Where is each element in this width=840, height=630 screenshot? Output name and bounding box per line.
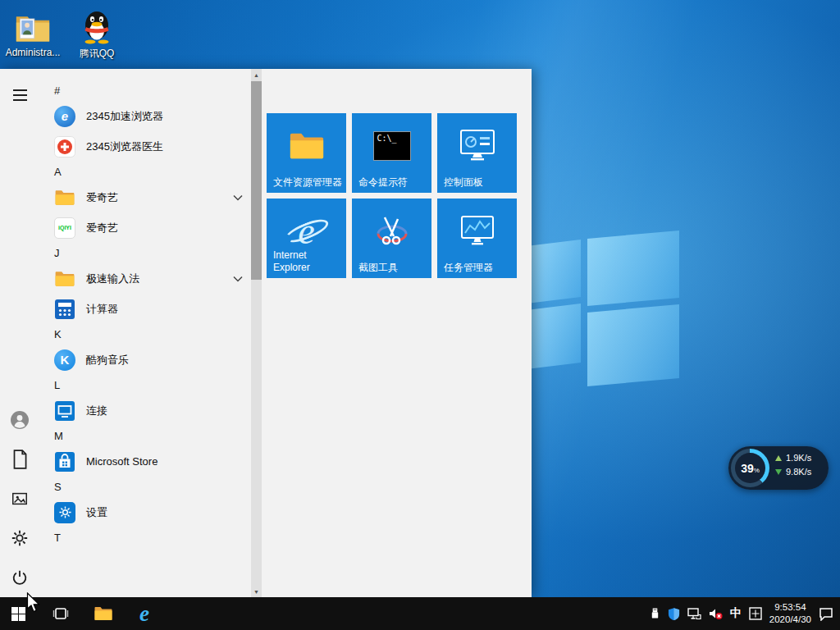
user-account-button[interactable] — [0, 400, 39, 440]
power-button[interactable] — [0, 558, 39, 597]
taskbar-file-explorer-button[interactable] — [87, 597, 120, 630]
control-panel-icon — [437, 118, 517, 173]
chevron-down-icon[interactable] — [233, 276, 243, 282]
documents-button[interactable] — [0, 440, 39, 479]
app-2345-browser-doctor[interactable]: 2345浏览器医生 — [39, 131, 251, 162]
gear-icon — [11, 529, 29, 547]
usage-percent-unit: % — [754, 467, 760, 474]
taskbar: e — [0, 597, 840, 630]
alpha-header-s[interactable]: S — [39, 477, 251, 497]
download-arrow-icon — [775, 469, 782, 475]
folder-icon — [54, 187, 75, 208]
usb-device-icon[interactable] — [650, 607, 660, 620]
windows-start-icon — [11, 607, 25, 621]
tile-task-manager[interactable]: 任务管理器 — [437, 199, 517, 278]
app-label: 酷狗音乐 — [86, 353, 129, 368]
microsoft-store-icon — [54, 451, 75, 472]
alpha-header-k[interactable]: K — [39, 324, 251, 345]
download-speed-value: 9.8K/s — [786, 467, 811, 477]
folder-icon — [54, 268, 75, 290]
chevron-down-icon[interactable] — [233, 194, 243, 201]
taskbar-clock[interactable]: 9:53:54 2020/4/30 — [769, 601, 811, 626]
connect-icon — [54, 400, 75, 422]
2345-browser-icon: e — [54, 106, 75, 127]
start-button[interactable] — [0, 597, 36, 630]
app-iqiyi[interactable]: iQIYI 爱奇艺 — [39, 212, 251, 243]
app-label: 2345浏览器医生 — [86, 139, 163, 154]
tile-internet-explorer[interactable]: e Internet Explorer — [267, 199, 346, 278]
network-speeds: 1.9K/s 9.8K/s — [775, 453, 811, 477]
pictures-button[interactable] — [0, 479, 39, 518]
start-menu: # e 2345加速浏览器 2345浏览器医生 A 爱奇艺 — [0, 69, 532, 597]
app-2345-browser[interactable]: e 2345加速浏览器 — [39, 101, 251, 131]
qq-penguin-icon — [80, 7, 113, 44]
task-view-button[interactable] — [44, 597, 77, 630]
pictures-icon — [11, 490, 29, 508]
tile-file-explorer[interactable]: 文件资源管理器 — [267, 113, 346, 193]
app-label: 爱奇艺 — [86, 221, 118, 235]
taskbar-browser-button[interactable]: e — [128, 597, 161, 630]
alpha-header-t[interactable]: T — [39, 527, 251, 548]
start-menu-rail — [0, 69, 39, 597]
app-connect[interactable]: 连接 — [39, 395, 251, 426]
snipping-tool-icon — [352, 203, 431, 258]
app-label: 2345加速浏览器 — [86, 109, 163, 124]
action-center-icon[interactable] — [819, 607, 833, 621]
settings-button[interactable] — [0, 518, 39, 558]
defender-shield-icon[interactable] — [668, 607, 680, 621]
alpha-header-label: A — [54, 166, 62, 178]
tile-command-prompt[interactable]: C:\_ 命令提示符 — [352, 113, 431, 193]
browser-e-icon: e — [139, 599, 149, 628]
scroll-up-arrow[interactable]: ▲ — [251, 69, 262, 80]
network-monitor-widget[interactable]: 39 % 1.9K/s 9.8K/s — [728, 446, 829, 490]
app-settings[interactable]: 设置 — [39, 497, 251, 527]
volume-muted-icon[interactable] — [709, 608, 723, 620]
desktop-icon-label: Administra... — [2, 47, 64, 58]
network-icon[interactable] — [687, 608, 701, 620]
tile-control-panel[interactable]: 控制面板 — [437, 113, 517, 193]
app-kugou-music[interactable]: K 酷狗音乐 — [39, 345, 251, 375]
upload-speed-row: 1.9K/s — [775, 453, 811, 463]
desktop-icon-administrator[interactable]: Administra... — [2, 7, 64, 58]
tile-label: Internet Explorer — [273, 249, 342, 274]
ime-mode-grid-icon[interactable] — [749, 607, 762, 620]
file-explorer-icon — [267, 118, 346, 173]
alpha-header-j[interactable]: J — [39, 243, 251, 263]
task-view-icon — [52, 607, 69, 620]
calculator-icon — [54, 299, 75, 320]
app-label: 设置 — [86, 505, 107, 520]
alpha-header-label: J — [54, 247, 60, 259]
scroll-down-arrow[interactable]: ▼ — [251, 586, 262, 597]
iqiyi-icon: iQIYI — [54, 217, 75, 239]
app-label: 极速输入法 — [86, 272, 139, 286]
alpha-header-l[interactable]: L — [39, 375, 251, 395]
app-list-scrollbar[interactable]: ▲ ▼ — [251, 69, 262, 597]
tile-label: 控制面板 — [444, 176, 513, 189]
tile-snipping-tool[interactable]: 截图工具 — [352, 199, 431, 278]
usage-gauge: 39 % — [731, 449, 769, 487]
file-explorer-icon — [94, 604, 113, 623]
scrollbar-thumb[interactable] — [251, 81, 262, 280]
user-avatar-icon — [10, 410, 30, 430]
power-icon — [11, 568, 29, 587]
alpha-header-label: K — [54, 328, 62, 340]
alpha-header-m[interactable]: M — [39, 426, 251, 446]
task-manager-icon — [437, 203, 517, 258]
start-tiles-grid: 文件资源管理器 C:\_ 命令提示符 控制面板 e — [267, 113, 517, 278]
tile-label: 文件资源管理器 — [273, 176, 342, 189]
folder-jisu-ime[interactable]: 极速输入法 — [39, 263, 251, 294]
alpha-header-label: T — [54, 532, 61, 544]
app-microsoft-store[interactable]: Microsoft Store — [39, 446, 251, 477]
tile-label: 任务管理器 — [444, 262, 513, 274]
app-calculator[interactable]: 计算器 — [39, 294, 251, 324]
alpha-header-label: L — [54, 379, 60, 391]
alpha-header-a[interactable]: A — [39, 162, 251, 182]
alpha-header-label: # — [54, 84, 60, 97]
ime-language-indicator[interactable]: 中 — [730, 606, 742, 621]
alpha-header-hash[interactable]: # — [39, 80, 251, 101]
hamburger-menu-button[interactable] — [0, 75, 39, 115]
upload-speed-value: 1.9K/s — [786, 453, 811, 463]
folder-iqiyi[interactable]: 爱奇艺 — [39, 182, 251, 212]
clock-date: 2020/4/30 — [769, 614, 811, 626]
desktop-icon-tencent-qq[interactable]: 腾讯QQ — [66, 7, 128, 61]
